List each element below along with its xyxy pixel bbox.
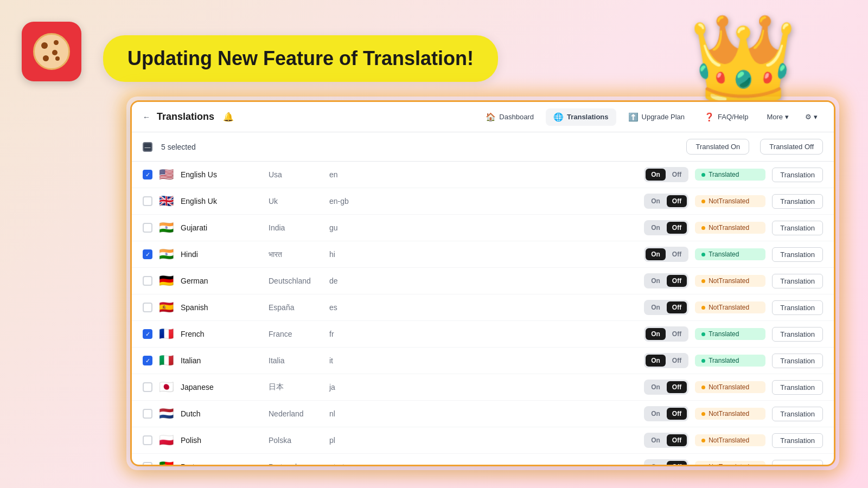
toggle-on-btn-7[interactable]: On [646, 355, 666, 367]
language-name-8: Japanese [181, 383, 262, 391]
app-icon [22, 22, 81, 81]
translation-button-8[interactable]: Translation [772, 380, 823, 395]
status-text-0: Translated [709, 171, 739, 178]
row-checkbox-5[interactable] [143, 303, 152, 312]
language-name-10: Polish [181, 436, 262, 445]
language-code-10: pl [329, 436, 362, 445]
language-name-1: English Uk [181, 197, 262, 206]
checkmark-icon: ✓ [145, 251, 150, 258]
translation-button-2[interactable]: Translation [772, 221, 823, 235]
toggle-on-btn-8[interactable]: On [646, 381, 666, 393]
toggle-on-btn-2[interactable]: On [646, 222, 666, 234]
toggle-off-btn-6[interactable]: Off [667, 328, 687, 340]
toggle-on-btn-5[interactable]: On [646, 301, 666, 313]
more-chevron-icon: ▾ [785, 113, 789, 121]
back-button[interactable]: ← [143, 113, 150, 121]
row-checkbox-0[interactable]: ✓ [143, 170, 152, 179]
language-region-3: भारत [269, 250, 323, 259]
translation-button-10[interactable]: Translation [772, 433, 823, 448]
toggle-off-btn-0[interactable]: Off [667, 169, 687, 181]
toggle-on-btn-0[interactable]: On [646, 169, 666, 181]
translation-button-4[interactable]: Translation [772, 274, 823, 288]
row-checkbox-1[interactable] [143, 196, 152, 206]
translation-button-5[interactable]: Translation [772, 300, 823, 315]
select-all-checkbox[interactable]: — [143, 142, 152, 152]
dashboard-nav-button[interactable]: 🏠 Dashboard [478, 108, 541, 126]
row-checkbox-4[interactable] [143, 276, 152, 286]
language-flag-3: 🇮🇳 [159, 247, 174, 261]
toggle-off-btn-1[interactable]: Off [667, 195, 687, 207]
status-text-1: NotTranslated [709, 197, 749, 205]
row-checkbox-6[interactable]: ✓ [143, 329, 152, 339]
toggle-off-btn-2[interactable]: Off [667, 222, 687, 234]
toggle-off-btn-4[interactable]: Off [667, 275, 687, 287]
row-checkbox-9[interactable] [143, 409, 152, 419]
row-checkbox-10[interactable] [143, 435, 152, 445]
notification-bell-icon[interactable]: 🔔 [223, 112, 234, 122]
row-checkbox-11[interactable] [143, 462, 152, 465]
language-toggle-6[interactable]: On Off [644, 326, 688, 342]
table-row: 🇯🇵 Japanese 日本 ja On Off NotTranslated T… [132, 374, 834, 401]
language-code-8: ja [329, 383, 362, 391]
more-menu-button[interactable]: More ▾ [760, 109, 795, 125]
toggle-off-btn-11[interactable]: Off [667, 461, 687, 465]
language-flag-10: 🇵🇱 [159, 433, 174, 447]
status-dot-6 [701, 332, 705, 336]
translation-button-6[interactable]: Translation [772, 327, 823, 342]
toggle-off-btn-8[interactable]: Off [667, 381, 687, 393]
toggle-off-btn-9[interactable]: Off [667, 408, 687, 420]
language-toggle-5[interactable]: On Off [644, 300, 688, 315]
language-toggle-1[interactable]: On Off [644, 194, 688, 209]
status-badge-5: NotTranslated [695, 301, 765, 313]
row-checkbox-7[interactable]: ✓ [143, 356, 152, 365]
banner-text: Updating New Feature of Translation! [127, 47, 474, 69]
table-row: ✓ 🇮🇹 Italian Italia it On Off Translated… [132, 348, 834, 374]
status-text-6: Translated [709, 330, 739, 338]
upgrade-plan-nav-button[interactable]: ⬆️ Upgrade Plan [621, 108, 693, 126]
row-checkbox-8[interactable] [143, 382, 152, 392]
filter-button[interactable]: ⚙ ▾ [800, 109, 823, 125]
faq-icon: ❓ [704, 112, 714, 122]
language-toggle-10[interactable]: On Off [644, 433, 688, 448]
translation-button-3[interactable]: Translation [772, 247, 823, 262]
status-dot-5 [701, 306, 705, 310]
language-toggle-11[interactable]: On Off [644, 459, 688, 465]
toggle-on-btn-3[interactable]: On [646, 248, 666, 260]
toggle-off-btn-3[interactable]: Off [667, 248, 687, 260]
language-toggle-2[interactable]: On Off [644, 220, 688, 235]
table-container: — 5 selected Translated On Translated Of… [132, 132, 834, 465]
language-toggle-8[interactable]: On Off [644, 380, 688, 395]
translation-button-9[interactable]: Translation [772, 407, 823, 421]
toggle-on-btn-10[interactable]: On [646, 434, 666, 446]
language-toggle-3[interactable]: On Off [644, 247, 688, 262]
translated-on-button[interactable]: Translated On [686, 139, 749, 155]
language-toggle-7[interactable]: On Off [644, 353, 688, 368]
translation-button-1[interactable]: Translation [772, 194, 823, 209]
status-dot-0 [701, 173, 705, 177]
translation-button-0[interactable]: Translation [772, 168, 823, 182]
toggle-off-btn-7[interactable]: Off [667, 355, 687, 367]
translations-nav-button[interactable]: 🌐 Translations [546, 108, 616, 126]
toggle-on-btn-9[interactable]: On [646, 408, 666, 420]
language-name-3: Hindi [181, 250, 262, 259]
toggle-on-btn-4[interactable]: On [646, 275, 666, 287]
row-checkbox-2[interactable] [143, 223, 152, 233]
faq-nav-button[interactable]: ❓ FAQ/Help [697, 108, 756, 126]
toggle-on-btn-6[interactable]: On [646, 328, 666, 340]
toggle-on-btn-1[interactable]: On [646, 195, 666, 207]
translation-button-11[interactable]: Translation [772, 460, 823, 465]
language-toggle-4[interactable]: On Off [644, 273, 688, 288]
language-toggle-9[interactable]: On Off [644, 406, 688, 421]
language-toggle-0[interactable]: On Off [644, 167, 688, 182]
toggle-off-btn-10[interactable]: Off [667, 434, 687, 446]
toggle-on-btn-11[interactable]: On [646, 461, 666, 465]
language-code-11: pt-pt [329, 463, 362, 465]
row-checkbox-3[interactable]: ✓ [143, 249, 152, 259]
table-row: 🇮🇳 Gujarati India gu On Off NotTranslate… [132, 215, 834, 241]
upgrade-nav-label: Upgrade Plan [642, 113, 685, 121]
language-name-6: French [181, 330, 262, 338]
translated-off-button[interactable]: Translated Off [760, 139, 823, 155]
toggle-off-btn-5[interactable]: Off [667, 301, 687, 313]
translation-button-7[interactable]: Translation [772, 354, 823, 368]
checkmark-icon: ✓ [145, 357, 150, 364]
